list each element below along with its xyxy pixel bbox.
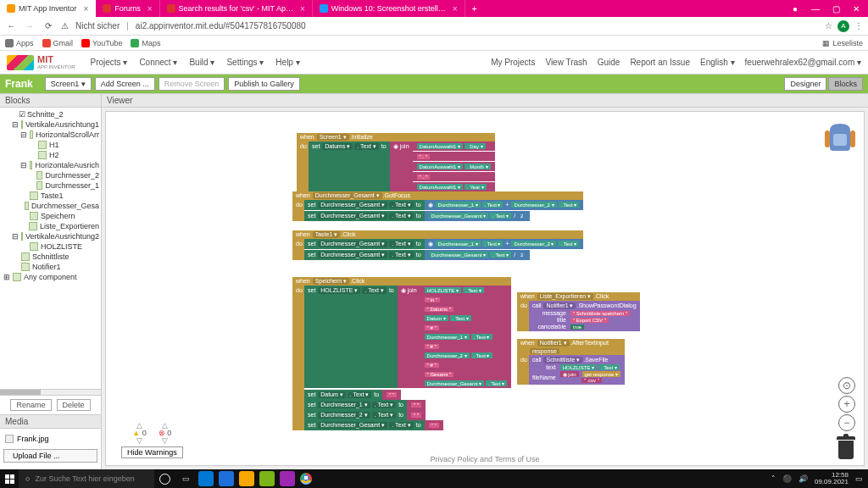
bookmark-maps[interactable]: Maps	[131, 39, 160, 47]
tree-item[interactable]: ⊟VertikaleAusrichtung1	[0, 119, 101, 130]
close-icon[interactable]: ×	[83, 4, 88, 14]
browser-tab[interactable]: MIT App Inventor ×	[0, 0, 96, 17]
tree-item[interactable]: H2	[0, 150, 101, 160]
tray-chevron-icon[interactable]: ˄	[771, 474, 776, 483]
browser-tab[interactable]: Windows 10: Screenshot erstell… ×	[313, 0, 465, 17]
component-tree[interactable]: ☑Schnitte_2⊟VertikaleAusrichtung1⊟Horizo…	[0, 108, 101, 389]
add-screen-button[interactable]: Add Screen ...	[95, 77, 155, 91]
close-window-button[interactable]: ✕	[851, 3, 861, 14]
tree-toggle-icon[interactable]: ⊟	[12, 232, 19, 241]
tree-item[interactable]: Taste1	[0, 191, 101, 201]
cortana-icon[interactable]	[159, 474, 170, 485]
designer-tab[interactable]: Designer	[784, 77, 826, 91]
block-notifier-aftertextinput[interactable]: when Notifier1 ▾.AfterTextInput response…	[517, 339, 625, 385]
new-tab-button[interactable]: +	[465, 0, 484, 17]
app-icon[interactable]	[259, 471, 275, 486]
tree-scrollbar[interactable]	[0, 389, 101, 396]
block-speichern-click[interactable]: when Speichern ▾.Click do set HOLZLISTE …	[292, 277, 511, 430]
close-icon[interactable]: ×	[300, 4, 305, 14]
lang-select[interactable]: English ▾	[700, 58, 735, 67]
browser-tab[interactable]: Search results for 'csv' - MIT Ap… ×	[160, 0, 313, 17]
tree-toggle-icon[interactable]: ⊟	[12, 120, 19, 129]
chevron-down-icon[interactable]: ▽	[136, 437, 142, 445]
tree-item[interactable]: Durchmesser_2	[0, 170, 101, 180]
rename-button[interactable]: Rename	[10, 399, 51, 411]
kebab-menu-icon[interactable]: ⋮	[854, 21, 863, 30]
tree-item[interactable]: ☑Schnitte_2	[0, 109, 101, 119]
publish-button[interactable]: Publish to Gallery	[228, 77, 300, 91]
tree-item[interactable]: ⊞Any component	[0, 272, 101, 282]
menu-help[interactable]: Help ▾	[275, 58, 299, 67]
menu-build[interactable]: Build ▾	[189, 58, 214, 67]
tree-item[interactable]: Schnittliste	[0, 252, 101, 262]
menu-connect[interactable]: Connect ▾	[139, 58, 177, 67]
block-liste-exportieren-click[interactable]: when Liste_Exportieren ▾.Click do call N…	[517, 292, 640, 331]
task-view-icon[interactable]: ▭	[178, 471, 193, 486]
media-file[interactable]: Frank.jpg	[3, 432, 97, 446]
upload-file-button[interactable]: Upload File ...	[3, 449, 97, 463]
tree-toggle-icon[interactable]: ⊟	[20, 161, 27, 169]
tree-toggle-icon[interactable]: ⊟	[20, 130, 27, 139]
block-durchmesser-gotfocus[interactable]: when Durchmesser_Gesamt ▾.GotFocus do se…	[292, 191, 583, 221]
menu-projects[interactable]: Projects ▾	[90, 58, 127, 67]
browser-tab[interactable]: Forums ×	[96, 0, 159, 17]
bookmark-gmail[interactable]: Gmail	[42, 39, 74, 47]
tree-item[interactable]: H1	[0, 140, 101, 150]
zoom-target-button[interactable]: ⊙	[838, 377, 855, 394]
reload-button[interactable]: ⟳	[42, 21, 54, 30]
remove-screen-button[interactable]: Remove Screen	[159, 77, 225, 91]
tree-item[interactable]: Notifier1	[0, 262, 101, 272]
close-icon[interactable]: ×	[147, 4, 153, 14]
footer-privacy-link[interactable]: Privacy Policy and Terms of Use	[106, 453, 864, 465]
taskbar-clock[interactable]: 12:5809.09.2021	[815, 472, 849, 485]
edge-icon[interactable]	[219, 471, 234, 486]
taskbar-search[interactable]: ○Zur Suche Text hier eingeben	[19, 469, 154, 488]
tree-toggle-icon[interactable]: ⊞	[3, 273, 10, 281]
zoom-in-button[interactable]: +	[838, 396, 855, 413]
reading-list-button[interactable]: ▦ Leseliste	[822, 39, 863, 47]
backpack-icon[interactable]	[823, 119, 857, 152]
block-screen1-initialize[interactable]: when Screen1 ▾.Initialize do set Datums …	[297, 133, 495, 191]
app-icon[interactable]	[280, 471, 295, 486]
screen-select[interactable]: Screen1 ▾	[45, 77, 92, 91]
minimize-button[interactable]: —	[810, 3, 821, 14]
zoom-out-button[interactable]: −	[838, 414, 855, 431]
bookmark-youtube[interactable]: YouTube	[81, 39, 122, 47]
tree-item[interactable]: ⊟HorizontaleAusrich	[0, 160, 101, 170]
tree-item[interactable]: ⊟HorizontalScrollArr	[0, 130, 101, 140]
start-button[interactable]	[0, 469, 19, 488]
account-dot-icon[interactable]: ●	[790, 3, 800, 14]
forward-button[interactable]: →	[24, 21, 36, 30]
tree-item[interactable]: Liste_Exportieren	[0, 221, 101, 231]
link-view-trash[interactable]: View Trash	[545, 58, 587, 67]
account-email[interactable]: feuerwehralex62@gmail.com ▾	[745, 58, 861, 67]
app-icon[interactable]	[239, 471, 254, 486]
checkbox-icon[interactable]: ☑	[19, 110, 25, 119]
tray-volume-icon[interactable]: 🔊	[798, 474, 808, 483]
block-taste1-click[interactable]: when Taste1 ▾.Click do set Durchmesser_G…	[292, 230, 583, 260]
link-report-issue[interactable]: Report an Issue	[630, 58, 690, 67]
tree-item[interactable]: Durchmesser_1	[0, 180, 101, 191]
tree-item[interactable]: HOLZLISTE	[0, 241, 101, 252]
maximize-button[interactable]: ▢	[831, 3, 841, 14]
blocks-canvas[interactable]: when Screen1 ▾.Initialize do set Datums …	[105, 111, 865, 466]
menu-settings[interactable]: Settings ▾	[226, 58, 264, 67]
notifications-icon[interactable]: ▭	[855, 474, 863, 483]
chevron-down-icon[interactable]: ▽	[162, 437, 168, 445]
link-my-projects[interactable]: My Projects	[491, 58, 535, 67]
close-icon[interactable]: ×	[453, 4, 458, 14]
profile-avatar[interactable]: A	[837, 20, 849, 32]
url-field[interactable]: ai2.appinventor.mit.edu/#504175781675008…	[136, 21, 818, 30]
tree-item[interactable]: Speichern	[0, 211, 101, 221]
apps-button[interactable]: Apps	[5, 39, 34, 47]
file-explorer-icon[interactable]	[198, 471, 214, 486]
tree-item[interactable]: ⊟VertikaleAusrichtung2	[0, 231, 101, 241]
back-button[interactable]: ←	[5, 21, 17, 30]
tree-item[interactable]: Durchmesser_Gesa	[0, 201, 101, 211]
link-guide[interactable]: Guide	[598, 58, 620, 67]
blocks-tab[interactable]: Blocks	[828, 77, 863, 91]
delete-button[interactable]: Delete	[57, 399, 91, 411]
chrome-icon[interactable]	[300, 473, 312, 485]
tray-network-icon[interactable]: ⚫	[782, 474, 792, 483]
bookmark-icon[interactable]: ☆	[825, 21, 832, 30]
